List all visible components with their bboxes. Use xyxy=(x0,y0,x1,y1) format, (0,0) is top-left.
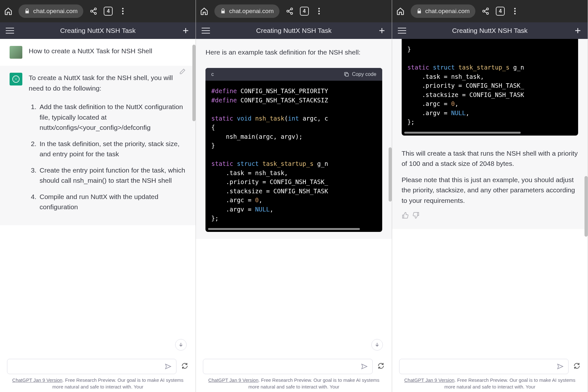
code-h-scrollbar[interactable] xyxy=(208,228,360,230)
feedback-buttons xyxy=(402,211,578,222)
lock-icon xyxy=(416,8,422,14)
home-icon[interactable] xyxy=(396,7,405,16)
svg-point-14 xyxy=(487,8,488,10)
disclaimer: ChatGPT Jan 9 Version. Free Research Pre… xyxy=(399,377,581,390)
new-chat-icon[interactable] xyxy=(573,26,583,35)
version-link[interactable]: ChatGPT Jan 9 Version xyxy=(208,377,258,383)
app-header: Creating NuttX NSH Task xyxy=(196,22,391,39)
regenerate-icon[interactable] xyxy=(573,362,581,371)
tab-count-badge[interactable]: 4 xyxy=(104,7,113,16)
svg-point-17 xyxy=(514,8,516,10)
menu-icon[interactable] xyxy=(5,26,15,35)
followup-text: Please note that this is just an example… xyxy=(402,175,578,206)
version-link[interactable]: ChatGPT Jan 9 Version xyxy=(12,377,62,383)
new-chat-icon[interactable] xyxy=(181,26,190,35)
svg-point-7 xyxy=(291,8,293,10)
edit-icon[interactable] xyxy=(179,68,186,78)
user-avatar xyxy=(10,46,22,59)
browser-chrome: chat.openai.com 4 xyxy=(0,0,196,22)
send-icon[interactable] xyxy=(165,363,172,371)
svg-point-15 xyxy=(483,10,485,12)
chat-input[interactable] xyxy=(203,359,372,374)
code-content: #define CONFIG_NSH_TASK_PRIORITY #define… xyxy=(205,81,382,232)
conversation-scroll: } static struct task_startup_s g_n .task… xyxy=(392,39,588,354)
disclaimer: ChatGPT Jan 9 Version. Free Research Pre… xyxy=(203,377,384,390)
tab-count-badge[interactable]: 4 xyxy=(300,7,309,16)
code-block: } static struct task_startup_s g_n .task… xyxy=(402,39,578,136)
composer: ChatGPT Jan 9 Version. Free Research Pre… xyxy=(196,354,391,392)
home-icon[interactable] xyxy=(4,7,13,16)
svg-point-16 xyxy=(487,12,488,14)
list-item: Add the task definition to the NuttX con… xyxy=(38,102,186,133)
scroll-down-button[interactable] xyxy=(175,339,187,351)
send-icon[interactable] xyxy=(557,363,564,371)
svg-point-1 xyxy=(91,10,93,12)
svg-point-8 xyxy=(287,10,289,12)
code-h-scrollbar[interactable] xyxy=(404,132,521,134)
url-bar[interactable]: chat.openai.com xyxy=(19,4,83,18)
page-title: Creating NuttX NSH Task xyxy=(452,27,528,34)
send-icon[interactable] xyxy=(361,363,368,371)
page-title: Creating NuttX NSH Task xyxy=(256,27,332,34)
copy-code-button[interactable]: Copy code xyxy=(344,70,376,78)
pane-1: chat.openai.com 4 Creating NuttX NSH Tas… xyxy=(0,0,196,392)
svg-point-9 xyxy=(291,12,293,14)
assistant-message: Here is an example task definition for t… xyxy=(196,39,391,239)
code-language: c xyxy=(211,70,214,78)
svg-point-5 xyxy=(122,13,124,15)
scrollbar[interactable] xyxy=(192,45,196,121)
svg-point-10 xyxy=(318,8,320,10)
share-icon[interactable] xyxy=(89,7,98,16)
url-text: chat.openai.com xyxy=(33,8,78,15)
kebab-menu-icon[interactable] xyxy=(118,7,127,16)
chat-input[interactable] xyxy=(399,359,569,374)
regenerate-icon[interactable] xyxy=(377,362,385,371)
new-chat-icon[interactable] xyxy=(377,26,387,35)
url-text: chat.openai.com xyxy=(229,8,273,15)
svg-point-12 xyxy=(318,13,320,15)
share-icon[interactable] xyxy=(285,7,294,16)
pane-3: chat.openai.com 4 Creating NuttX NSH Tas… xyxy=(392,0,588,392)
scroll-down-button[interactable] xyxy=(371,339,383,351)
code-intro: Here is an example task definition for t… xyxy=(205,47,382,58)
lock-icon xyxy=(220,8,226,14)
menu-icon[interactable] xyxy=(201,26,211,35)
url-bar[interactable]: chat.openai.com xyxy=(214,4,279,18)
home-icon[interactable] xyxy=(200,7,209,16)
conversation-scroll: Here is an example task definition for t… xyxy=(196,39,391,354)
url-bar[interactable]: chat.openai.com xyxy=(411,4,475,18)
thumbs-up-icon[interactable] xyxy=(402,211,409,222)
svg-point-4 xyxy=(122,11,124,12)
disclaimer: ChatGPT Jan 9 Version. Free Research Pre… xyxy=(7,377,189,390)
kebab-menu-icon[interactable] xyxy=(315,7,324,16)
followup-text: This will create a task that runs the NS… xyxy=(402,148,578,169)
menu-icon[interactable] xyxy=(397,26,407,35)
browser-chrome: chat.openai.com 4 xyxy=(392,0,588,22)
browser-chrome: chat.openai.com 4 xyxy=(196,0,391,22)
kebab-menu-icon[interactable] xyxy=(510,7,519,16)
app-header: Creating NuttX NSH Task xyxy=(0,22,196,39)
svg-point-11 xyxy=(318,11,320,12)
svg-point-18 xyxy=(514,11,516,12)
assistant-message: To create a NuttX task for the NSH shell… xyxy=(0,66,196,225)
thumbs-down-icon[interactable] xyxy=(413,211,420,222)
lock-icon xyxy=(24,8,30,14)
share-icon[interactable] xyxy=(481,7,490,16)
app-header: Creating NuttX NSH Task xyxy=(392,22,588,39)
pane-2: chat.openai.com 4 Creating NuttX NSH Tas… xyxy=(196,0,392,392)
chat-input[interactable] xyxy=(7,359,176,374)
svg-point-2 xyxy=(94,12,96,14)
scrollbar[interactable] xyxy=(584,176,588,237)
assistant-avatar xyxy=(10,73,22,85)
composer: ChatGPT Jan 9 Version. Free Research Pre… xyxy=(392,354,588,392)
code-block: c Copy code #define CONFIG_NSH_TASK_PRIO… xyxy=(205,68,382,232)
regenerate-icon[interactable] xyxy=(181,362,189,371)
list-item: In the task definition, set the priority… xyxy=(38,139,186,159)
composer: ChatGPT Jan 9 Version. Free Research Pre… xyxy=(0,354,196,392)
tab-count-badge[interactable]: 4 xyxy=(496,7,505,16)
list-item: Create the entry point function for the … xyxy=(38,165,186,186)
page-title: Creating NuttX NSH Task xyxy=(60,27,136,34)
list-item: Compile and run NuttX with the updated c… xyxy=(38,192,186,212)
scrollbar[interactable] xyxy=(389,147,392,202)
version-link[interactable]: ChatGPT Jan 9 Version xyxy=(404,377,454,383)
